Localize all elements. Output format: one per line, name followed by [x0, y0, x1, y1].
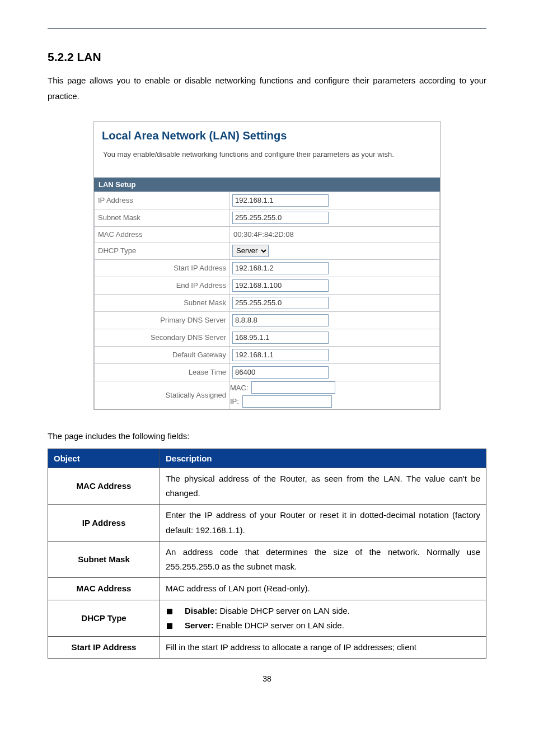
desc-cell: Fill in the start IP address to allocate… — [160, 637, 486, 659]
section-heading: 5.2.2 LAN — [48, 50, 486, 64]
obj-cell: Subnet Mask — [48, 541, 160, 578]
end-ip-input[interactable] — [232, 279, 329, 292]
table-row: IP Address Enter the IP address of your … — [48, 505, 486, 542]
bullet-bold: Server: — [185, 620, 214, 630]
obj-cell: Start IP Address — [48, 637, 160, 659]
ip-address-input[interactable] — [232, 194, 329, 207]
row-start-ip: Start IP Address — [95, 259, 440, 277]
desc-cell: The physical address of the Router, as s… — [160, 468, 486, 505]
subnet-mask-label: Subnet Mask — [95, 209, 230, 226]
static-ip-label: IP: — [230, 397, 239, 405]
row-primary-dns: Primary DNS Server — [95, 311, 440, 329]
dhcp-type-label: DHCP Type — [95, 242, 230, 259]
ip-address-label: IP Address — [95, 192, 230, 209]
primary-dns-label: Primary DNS Server — [95, 311, 230, 329]
statically-assigned-label: Statically Assigned — [95, 381, 230, 409]
square-bullet-icon — [167, 609, 172, 614]
description-table: Object Description MAC Address The physi… — [48, 449, 486, 659]
header-description: Description — [160, 449, 486, 468]
square-bullet-icon — [167, 623, 172, 629]
table-row: DHCP Type Disable: Disable DHCP server o… — [48, 600, 486, 637]
obj-cell: MAC Address — [48, 578, 160, 600]
bullet-server: Server: Enable DHCP server on LAN side. — [166, 618, 480, 633]
start-ip-label: Start IP Address — [95, 259, 230, 277]
subnet-mask-2-input[interactable] — [232, 297, 329, 309]
fields-intro: The page includes the following fields: — [48, 431, 486, 441]
obj-cell: DHCP Type — [48, 600, 160, 637]
mac-address-label: MAC Address — [95, 226, 230, 242]
bullet-rest: Enable DHCP server on LAN side. — [214, 620, 344, 630]
secondary-dns-label: Secondary DNS Server — [95, 329, 230, 346]
subnet-mask-2-label: Subnet Mask — [95, 294, 230, 311]
secondary-dns-input[interactable] — [232, 332, 329, 344]
dhcp-type-select[interactable]: Server — [232, 245, 269, 257]
row-ip-address: IP Address — [95, 192, 440, 209]
table-row: Subnet Mask An address code that determi… — [48, 541, 486, 578]
obj-cell: MAC Address — [48, 468, 160, 505]
document-page: 5.2.2 LAN This page allows you to enable… — [0, 0, 534, 706]
description-header-row: Object Description — [48, 449, 486, 468]
static-mac-input[interactable] — [251, 381, 335, 394]
row-secondary-dns: Secondary DNS Server — [95, 329, 440, 346]
subnet-mask-input[interactable] — [232, 212, 329, 224]
top-divider — [48, 28, 486, 29]
bullet-rest: Disable DHCP server on LAN side. — [217, 606, 349, 615]
desc-cell: Enter the IP address of your Router or r… — [160, 505, 486, 542]
row-subnet-mask: Subnet Mask — [95, 209, 440, 226]
start-ip-input[interactable] — [232, 262, 329, 274]
lease-time-input[interactable] — [232, 366, 329, 379]
static-mac-label: MAC: — [230, 384, 249, 392]
static-ip-input[interactable] — [242, 395, 332, 408]
row-lease-time: Lease Time — [95, 363, 440, 381]
mac-address-value: 00:30:4F:84:2D:08 — [232, 230, 294, 239]
default-gateway-input[interactable] — [232, 349, 329, 361]
header-object: Object — [48, 449, 160, 468]
row-dhcp-type: DHCP Type Server — [95, 242, 440, 259]
default-gateway-label: Default Gateway — [95, 346, 230, 363]
lease-time-label: Lease Time — [95, 363, 230, 381]
table-row: MAC Address MAC address of LAN port (Rea… — [48, 578, 486, 600]
desc-cell-dhcp: Disable: Disable DHCP server on LAN side… — [160, 600, 486, 637]
section-intro: This page allows you to enable or disabl… — [48, 73, 486, 104]
row-default-gateway: Default Gateway — [95, 346, 440, 363]
page-number: 38 — [48, 674, 486, 683]
row-end-ip: End IP Address — [95, 277, 440, 294]
row-statically-assigned: Statically Assigned MAC: IP: — [95, 381, 440, 409]
table-row: Start IP Address Fill in the start IP ad… — [48, 637, 486, 659]
table-row: MAC Address The physical address of the … — [48, 468, 486, 505]
desc-cell: MAC address of LAN port (Read-only). — [160, 578, 486, 600]
end-ip-label: End IP Address — [95, 277, 230, 294]
lan-setup-bar: LAN Setup — [94, 178, 440, 192]
row-mac-address: MAC Address 00:30:4F:84:2D:08 — [95, 226, 440, 242]
row-subnet-mask-2: Subnet Mask — [95, 294, 440, 311]
desc-cell: An address code that determines the size… — [160, 541, 486, 578]
bullet-bold: Disable: — [185, 606, 217, 615]
lan-settings-panel: Local Area Network (LAN) Settings You ma… — [93, 121, 441, 410]
panel-subtitle: You may enable/disable networking functi… — [103, 150, 433, 158]
lan-form-table: IP Address Subnet Mask MAC Address 00:30… — [94, 192, 440, 409]
bullet-disable: Disable: Disable DHCP server on LAN side… — [166, 604, 480, 618]
primary-dns-input[interactable] — [232, 314, 329, 326]
obj-cell: IP Address — [48, 505, 160, 542]
panel-title: Local Area Network (LAN) Settings — [102, 129, 433, 142]
